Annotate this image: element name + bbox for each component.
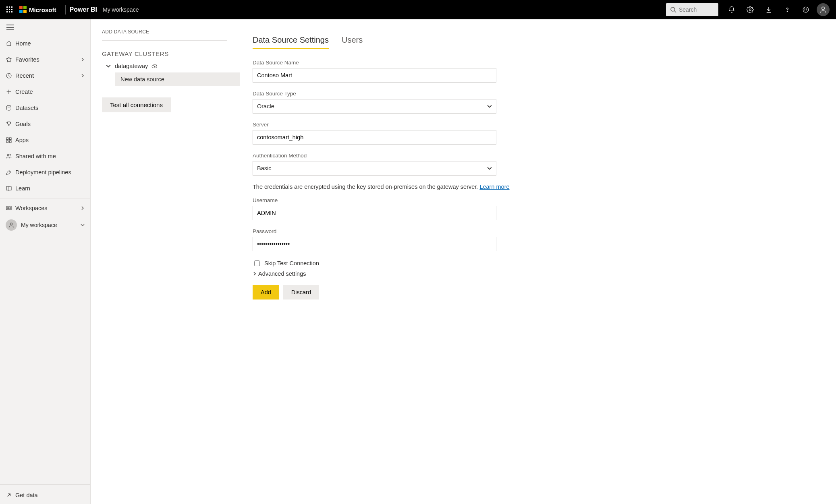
clock-icon [6,72,15,79]
server-input[interactable] [253,130,496,145]
discard-button[interactable]: Discard [283,285,319,300]
chevron-down-icon [106,64,111,68]
app-launcher-icon[interactable] [0,0,19,19]
svg-point-39 [10,223,12,225]
svg-rect-30 [6,140,8,143]
nav-datasets[interactable]: Datasets [0,100,90,116]
plus-icon [6,89,15,95]
tab-users[interactable]: Users [342,35,363,49]
password-label: Password [253,228,514,234]
ds-name-input[interactable] [253,68,496,83]
svg-rect-31 [9,140,11,143]
nav-get-data[interactable]: Get data [0,486,90,504]
svg-rect-9 [19,6,23,9]
svg-rect-28 [6,138,8,140]
advanced-settings-toggle[interactable]: Advanced settings [253,271,514,277]
nav-apps[interactable]: Apps [0,132,90,148]
skip-test-label: Skip Test Connection [264,260,319,266]
top-bar: Microsoft Power BI My workspace [0,0,836,19]
search-input[interactable] [678,6,710,13]
workspace-breadcrumb[interactable]: My workspace [103,6,139,13]
svg-point-13 [671,7,675,11]
chevron-right-icon [253,272,257,276]
nav-divider [0,198,90,198]
svg-rect-38 [9,207,10,209]
svg-point-32 [7,154,9,156]
add-button[interactable]: Add [253,285,279,300]
header-divider [65,5,66,14]
chevron-right-icon [81,74,85,78]
svg-rect-29 [9,138,11,140]
ds-type-select[interactable]: Oracle [253,99,496,114]
person-icon [6,219,17,231]
test-all-connections-button[interactable]: Test all connections [102,97,171,112]
rocket-icon [6,169,15,176]
nav-goals[interactable]: Goals [0,116,90,132]
apps-icon [6,137,15,143]
password-input[interactable] [253,237,496,251]
svg-rect-12 [23,10,27,13]
svg-point-27 [7,105,11,107]
credentials-info: The credentials are encrypted using the … [253,184,514,190]
svg-point-15 [749,9,751,11]
auth-method-select[interactable]: Basic [253,161,496,176]
svg-point-20 [822,7,825,10]
workspaces-icon [6,205,15,211]
server-label: Server [253,122,514,128]
nav-learn[interactable]: Learn [0,180,90,196]
arrow-out-icon [6,492,15,498]
nav-shared[interactable]: Shared with me [0,148,90,164]
svg-rect-0 [6,6,8,8]
svg-point-33 [10,154,11,155]
nav-create[interactable]: Create [0,84,90,100]
username-input[interactable] [253,206,496,220]
nav-workspaces[interactable]: Workspaces [0,200,90,216]
home-icon [6,40,15,47]
nav-current-workspace[interactable]: My workspace [0,216,90,234]
nav-collapse-button[interactable] [0,19,90,35]
svg-rect-3 [6,9,8,10]
svg-point-18 [805,9,805,10]
gateway-item[interactable]: datagateway [102,61,241,72]
svg-rect-5 [11,9,12,10]
nav-divider [0,484,90,485]
shared-icon [6,153,15,159]
help-icon[interactable] [778,0,797,19]
chevron-right-icon [81,206,85,210]
skip-test-checkbox[interactable] [254,260,260,266]
feedback-icon[interactable] [797,0,815,19]
svg-point-16 [787,11,787,12]
svg-rect-8 [11,11,12,12]
svg-rect-37 [7,207,8,209]
gateway-panel: ADD DATA SOURCE GATEWAY CLUSTERS datagat… [91,19,241,504]
download-icon[interactable] [759,0,778,19]
nav-home[interactable]: Home [0,35,90,52]
tab-data-source-settings[interactable]: Data Source Settings [253,35,329,49]
svg-point-19 [807,9,807,10]
svg-rect-4 [9,9,10,10]
account-avatar[interactable] [817,3,830,16]
trophy-icon [6,121,15,127]
svg-rect-2 [11,6,12,8]
product-label: Power BI [70,6,97,13]
svg-rect-1 [9,6,10,8]
chevron-down-icon [487,166,492,171]
page-breadcrumb: ADD DATA SOURCE [102,29,241,35]
search-box[interactable] [666,3,718,16]
nav-recent[interactable]: Recent [0,68,90,84]
settings-icon[interactable] [741,0,759,19]
notifications-icon[interactable] [722,0,741,19]
auth-method-label: Authentication Method [253,153,514,159]
svg-rect-10 [23,6,27,9]
new-data-source-item[interactable]: New data source [115,72,240,86]
nav-pipelines[interactable]: Deployment pipelines [0,164,90,180]
nav-favorites[interactable]: Favorites [0,52,90,68]
chevron-down-icon [81,223,85,227]
svg-rect-11 [19,10,23,13]
chevron-down-icon [487,104,492,109]
dataset-icon [6,105,15,111]
divider [102,40,227,41]
learn-more-link[interactable]: Learn more [479,184,509,190]
microsoft-logo: Microsoft [19,6,56,13]
ds-name-label: Data Source Name [253,60,514,66]
